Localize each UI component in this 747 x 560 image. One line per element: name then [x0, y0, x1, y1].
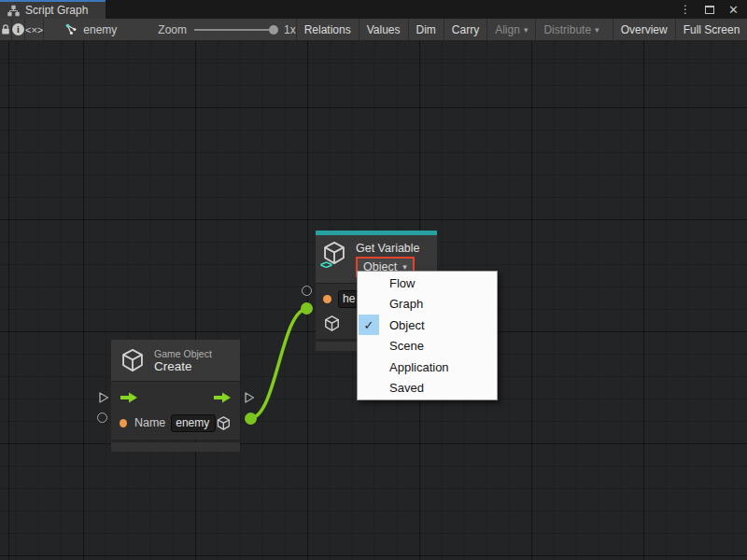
name-row: Name	[120, 413, 232, 433]
variable-brackets-icon: <>	[320, 259, 331, 272]
variable-cube-icon: <>	[321, 240, 349, 272]
node-footer	[111, 442, 240, 452]
get-variable-object-port[interactable]	[301, 302, 313, 315]
lock-button[interactable]	[0, 19, 12, 40]
window-controls: ⋮ ✕	[680, 0, 747, 19]
menu-item-saved[interactable]: Saved	[359, 378, 496, 399]
fullscreen-button[interactable]: Full Screen	[675, 19, 747, 40]
window-menu-icon[interactable]: ⋮	[680, 3, 691, 16]
zoom-knob[interactable]	[269, 25, 278, 35]
name-label: Name	[134, 416, 165, 429]
menu-item-application[interactable]: Application	[359, 357, 496, 378]
connection-wire[interactable]	[250, 309, 307, 418]
info-button[interactable]: i	[12, 19, 25, 40]
graph-canvas[interactable]: <> Get Variable Object ▾	[0, 41, 747, 560]
code-view-button[interactable]: <×>	[25, 19, 44, 40]
zoom-level: 1x	[284, 23, 296, 36]
graph-toolbar: i <×> enemy Zoom 1x Relations Values Dim	[0, 19, 747, 41]
chevron-down-icon: ▾	[595, 25, 599, 35]
create-name-port[interactable]	[97, 413, 107, 423]
tab-script-graph[interactable]: Script Graph	[0, 0, 106, 19]
script-graph-window: Script Graph ⋮ ✕ i <×>	[0, 0, 747, 560]
tab-label: Script Graph	[25, 4, 88, 17]
name-port-icon[interactable]	[323, 295, 331, 303]
flow-out-arrow-icon[interactable]	[213, 391, 232, 404]
menu-item-graph[interactable]: Graph	[359, 294, 496, 315]
check-slot	[359, 294, 379, 315]
create-flow-in-port[interactable]	[97, 391, 110, 404]
gameobject-cube-icon[interactable]	[323, 315, 341, 332]
menu-item-object[interactable]: ✓ Object	[359, 315, 496, 336]
maximize-icon[interactable]	[705, 6, 714, 14]
name-input[interactable]	[171, 414, 216, 432]
graph-icon	[64, 23, 78, 35]
flow-in-arrow-icon[interactable]	[120, 391, 138, 404]
zoom-control: Zoom 1x	[128, 19, 295, 40]
zoom-slider[interactable]	[194, 29, 276, 31]
menu-item-scene[interactable]: Scene	[359, 336, 496, 357]
check-slot	[359, 357, 379, 377]
create-body: Name	[111, 381, 240, 440]
node-category: Game Object	[154, 348, 212, 359]
align-button[interactable]: Align ▾	[486, 19, 535, 40]
overview-button[interactable]: Overview	[613, 19, 675, 40]
create-gameobject-node[interactable]: Game Object Create Name	[111, 340, 240, 452]
graph-name: enemy	[83, 23, 117, 36]
graph-hierarchy-icon	[7, 5, 20, 17]
node-title: Create	[154, 359, 212, 373]
variable-scope-menu: Flow Graph ✓ Object Scene Application Sa…	[357, 271, 498, 400]
flow-row	[120, 387, 232, 408]
distribute-button[interactable]: Distribute ▾	[535, 19, 606, 40]
toolbar-buttons: Relations Values Dim Carry Align ▾ Distr…	[296, 19, 747, 40]
zoom-label: Zoom	[158, 23, 187, 36]
chevron-down-icon: ▾	[524, 25, 529, 35]
values-button[interactable]: Values	[359, 19, 408, 40]
gameobject-output-cube-icon[interactable]	[216, 414, 232, 432]
menu-item-flow[interactable]: Flow	[359, 273, 496, 294]
check-slot	[359, 273, 379, 293]
checkmark-icon: ✓	[359, 315, 379, 335]
graph-breadcrumb[interactable]: enemy	[44, 19, 128, 40]
gameobject-cube-icon	[120, 347, 146, 373]
get-variable-name-port[interactable]	[302, 286, 312, 296]
check-slot	[359, 336, 379, 357]
name-port-icon[interactable]	[120, 419, 127, 427]
create-gameobject-out-port[interactable]	[245, 413, 257, 425]
info-icon: i	[12, 23, 24, 35]
create-header: Game Object Create	[111, 340, 240, 381]
code-icon: <×>	[25, 24, 43, 35]
carry-button[interactable]: Carry	[444, 19, 486, 40]
node-title: Get Variable	[356, 240, 420, 255]
tab-bar: Script Graph ⋮ ✕	[0, 0, 747, 19]
check-slot	[359, 378, 379, 399]
lock-icon	[0, 23, 11, 35]
dim-button[interactable]: Dim	[408, 19, 444, 40]
relations-button[interactable]: Relations	[296, 19, 359, 40]
create-flow-out-port[interactable]	[243, 391, 256, 404]
close-icon[interactable]: ✕	[728, 3, 739, 17]
